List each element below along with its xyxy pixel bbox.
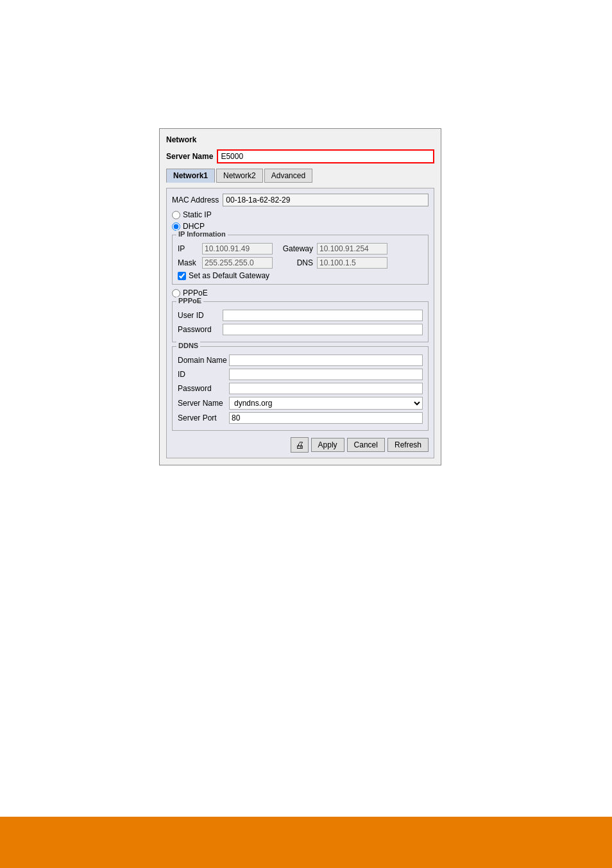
- cancel-button[interactable]: Cancel: [347, 438, 385, 452]
- default-gateway-label: Set as Default Gateway: [189, 271, 269, 280]
- server-name-input[interactable]: [217, 149, 434, 163]
- print-button[interactable]: 🖨: [291, 437, 309, 453]
- mac-value: 00-18-1a-62-82-29: [223, 194, 429, 206]
- dns-input[interactable]: [317, 257, 387, 269]
- ddns-legend: DDNS: [176, 342, 200, 349]
- default-gateway-checkbox[interactable]: [178, 272, 186, 280]
- ddns-server-name-label: Server Name: [178, 399, 229, 408]
- server-port-row: Server Port: [178, 412, 423, 424]
- refresh-button[interactable]: Refresh: [387, 438, 429, 452]
- pppoe-password-row: Password: [178, 324, 423, 335]
- pppoe-password-label: Password: [178, 325, 223, 334]
- ddns-group: DDNS Domain Name ID Password: [172, 346, 429, 431]
- pppoe-radio[interactable]: [172, 289, 180, 297]
- printer-icon: 🖨: [295, 440, 304, 450]
- userid-input[interactable]: [223, 310, 423, 321]
- gateway-label: Gateway: [278, 244, 313, 253]
- tab-network1[interactable]: Network1: [166, 169, 215, 183]
- ip-row: IP Gateway: [178, 243, 423, 255]
- dns-label: DNS: [278, 258, 313, 267]
- mask-row: Mask DNS: [178, 257, 423, 269]
- pppoe-radio-row: PPPoE: [172, 288, 429, 297]
- domain-name-label: Domain Name: [178, 356, 229, 365]
- pppoe-legend: PPPoE: [176, 297, 203, 305]
- mac-row: MAC Address 00-18-1a-62-82-29: [172, 194, 429, 206]
- mask-label: Mask: [178, 258, 202, 267]
- tab-content-network1: MAC Address 00-18-1a-62-82-29 Static IP …: [166, 188, 434, 458]
- mac-label: MAC Address: [172, 196, 219, 204]
- dhcp-radio-row: DHCP: [172, 222, 429, 231]
- tab-network2[interactable]: Network2: [216, 169, 263, 183]
- tabs-bar: Network1 Network2 Advanced: [166, 169, 434, 183]
- domain-name-row: Domain Name: [178, 355, 423, 366]
- orange-bar: [0, 817, 612, 868]
- pppoe-group: PPPoE User ID Password: [172, 301, 429, 342]
- ddns-server-name-row: Server Name dyndns.org: [178, 397, 423, 410]
- ip-input[interactable]: [202, 243, 273, 255]
- server-port-label: Server Port: [178, 413, 229, 422]
- dhcp-radio[interactable]: [172, 222, 180, 231]
- dhcp-label: DHCP: [183, 222, 205, 231]
- pppoe-password-input[interactable]: [223, 324, 423, 335]
- ddns-id-input[interactable]: [229, 369, 423, 380]
- mask-input[interactable]: [202, 257, 273, 269]
- server-name-label: Server Name: [166, 152, 213, 161]
- static-ip-radio[interactable]: [172, 211, 180, 219]
- button-row: 🖨 Apply Cancel Refresh: [172, 437, 429, 453]
- static-ip-label: Static IP: [183, 210, 212, 219]
- gateway-input[interactable]: [317, 243, 387, 255]
- static-ip-radio-row: Static IP: [172, 210, 429, 219]
- tab-advanced[interactable]: Advanced: [264, 169, 312, 183]
- userid-row: User ID: [178, 310, 423, 321]
- ddns-id-row: ID: [178, 369, 423, 380]
- pppoe-radio-label: PPPoE: [183, 288, 208, 297]
- ddns-password-row: Password: [178, 383, 423, 394]
- server-name-row: Server Name: [166, 149, 434, 163]
- default-gateway-row: Set as Default Gateway: [178, 271, 423, 280]
- ddns-password-label: Password: [178, 384, 229, 393]
- group-legend: Network: [166, 135, 434, 144]
- ddns-server-name-select[interactable]: dyndns.org: [229, 397, 423, 410]
- apply-button[interactable]: Apply: [311, 438, 344, 452]
- domain-name-input[interactable]: [229, 355, 423, 366]
- ip-information-group: IP Information IP Gateway Mask DNS: [172, 235, 429, 285]
- ip-information-legend: IP Information: [176, 230, 228, 238]
- server-port-input[interactable]: [229, 412, 423, 424]
- ddns-id-label: ID: [178, 370, 229, 379]
- ddns-password-input[interactable]: [229, 383, 423, 394]
- network-dialog: Network Server Name Network1 Network2 Ad…: [159, 128, 441, 465]
- ip-label: IP: [178, 244, 202, 253]
- userid-label: User ID: [178, 311, 223, 320]
- network-group: Network Server Name Network1 Network2 Ad…: [159, 128, 441, 465]
